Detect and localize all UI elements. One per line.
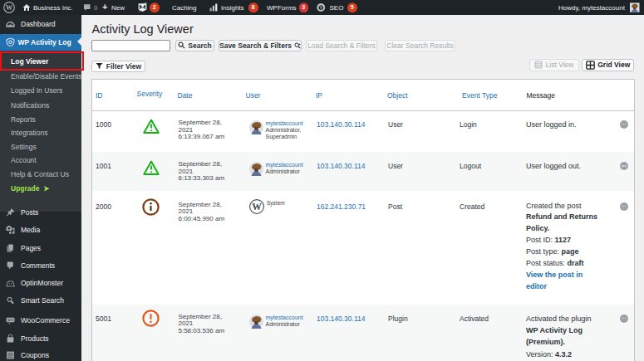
svg-text:W: W	[5, 4, 12, 12]
